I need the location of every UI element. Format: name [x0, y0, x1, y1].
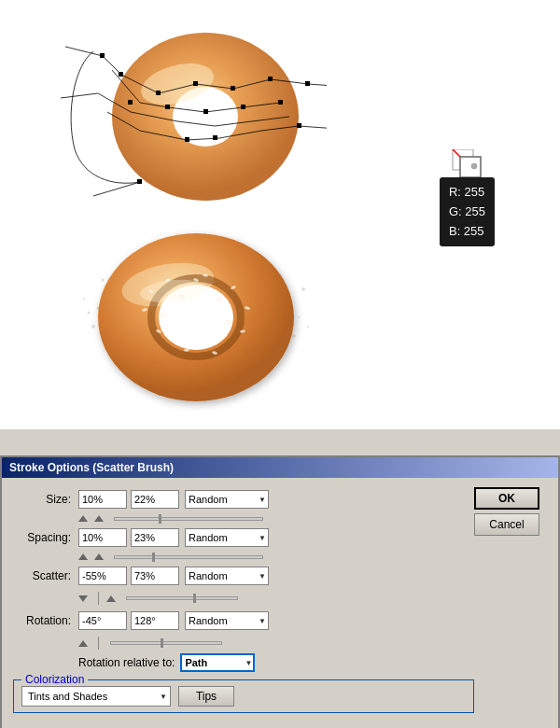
size-max-input[interactable] — [131, 490, 179, 509]
svg-rect-13 — [268, 77, 273, 81]
svg-rect-19 — [203, 109, 208, 114]
content-rows: Size: Random Fixed Pressure — [13, 487, 547, 719]
scatter-up-arrow — [106, 595, 116, 602]
svg-rect-9 — [119, 72, 123, 77]
donut-path-view — [47, 19, 327, 205]
svg-rect-18 — [165, 105, 170, 109]
svg-point-31 — [102, 279, 105, 282]
spacing-label: Spacing: — [13, 531, 78, 544]
rotation-relative-row: Rotation relative to: Path Page — [78, 653, 474, 672]
size-row: Size: Random Fixed Pressure — [13, 487, 474, 511]
scatter-min-input[interactable] — [78, 567, 127, 585]
scatter-down-arrow — [78, 595, 88, 602]
rotation-arrows — [78, 637, 474, 650]
rendered-donut-svg — [75, 224, 317, 411]
spacing-max-input[interactable] — [131, 528, 179, 547]
size-up-arrow2 — [94, 515, 104, 522]
rotation-relative-label: Rotation relative to: — [78, 656, 175, 669]
svg-line-5 — [65, 47, 103, 56]
rotation-relative-select[interactable]: Path Page — [180, 653, 255, 672]
canvas-area: R: 255 G: 255 B: 255 — [0, 0, 560, 429]
svg-rect-8 — [100, 53, 105, 58]
svg-rect-12 — [231, 86, 235, 91]
scatter-row: Scatter: Random Fixed — [13, 564, 474, 588]
colorization-legend: Colorization — [21, 673, 88, 686]
svg-rect-20 — [241, 105, 245, 109]
rotation-max-input[interactable] — [131, 611, 179, 630]
colorization-group: Colorization Tints and Shades None Tints… — [13, 679, 474, 713]
cancel-button[interactable]: Cancel — [474, 513, 539, 536]
tips-button[interactable]: Tips — [178, 686, 234, 707]
colorization-select-wrapper: Tints and Shades None Tints Hue Shift — [21, 686, 171, 707]
spacing-mode-wrapper: Random Fixed — [185, 528, 269, 547]
svg-rect-21 — [278, 100, 283, 105]
svg-rect-10 — [156, 91, 161, 95]
rotation-mode-select[interactable]: Random Fixed — [185, 611, 269, 630]
left-section: Size: Random Fixed Pressure — [13, 487, 474, 719]
svg-point-70 — [471, 163, 477, 169]
svg-point-38 — [307, 326, 309, 328]
rotation-label: Rotation: — [13, 614, 78, 627]
svg-line-6 — [61, 93, 98, 98]
colorization-method-select[interactable]: Tints and Shades None Tints Hue Shift — [21, 686, 171, 707]
colorization-row: Tints and Shades None Tints Hue Shift Ti… — [21, 686, 466, 707]
r-value: R: 255 — [449, 183, 485, 203]
color-tooltip: R: 255 G: 255 B: 255 — [440, 177, 495, 246]
spacing-up-arrow2 — [94, 553, 104, 560]
g-value: G: 255 — [449, 203, 485, 222]
path-lines-svg — [47, 19, 327, 205]
svg-line-3 — [308, 84, 327, 89]
scatter-max-input[interactable] — [131, 567, 179, 585]
rotation-row: Rotation: Random Fixed — [13, 609, 474, 633]
size-mode-select[interactable]: Random Fixed Pressure — [185, 490, 269, 509]
spacing-mode-select[interactable]: Random Fixed — [185, 528, 269, 547]
svg-point-28 — [91, 325, 95, 329]
scatter-mode-select[interactable]: Random Fixed — [185, 567, 269, 585]
svg-rect-14 — [305, 81, 310, 86]
svg-point-33 — [83, 298, 85, 300]
spacing-min-input[interactable] — [78, 528, 127, 547]
svg-rect-69 — [460, 157, 481, 177]
svg-rect-25 — [137, 179, 142, 184]
svg-rect-22 — [297, 123, 301, 128]
spacing-up-arrow — [78, 553, 88, 560]
size-label: Size: — [13, 493, 78, 506]
size-up-arrow — [78, 515, 88, 522]
scatter-mode-wrapper: Random Fixed — [185, 567, 269, 585]
svg-rect-24 — [185, 137, 189, 142]
b-value: B: 255 — [449, 222, 485, 242]
svg-line-4 — [299, 126, 327, 131]
svg-rect-11 — [193, 81, 198, 86]
svg-point-29 — [88, 312, 91, 315]
svg-point-36 — [301, 287, 305, 291]
scatter-arrows — [78, 592, 474, 605]
svg-rect-23 — [213, 135, 217, 140]
scatter-label: Scatter: — [13, 569, 78, 582]
svg-point-35 — [298, 316, 300, 318]
dialog-title: Stroke Options (Scatter Brush) — [2, 457, 558, 478]
buttons-col: OK Cancel — [474, 487, 547, 719]
rotation-mode-wrapper: Random Fixed — [185, 611, 269, 630]
path-select-wrapper: Path Page — [180, 653, 255, 672]
rendered-donut — [75, 224, 317, 411]
size-arrows — [78, 515, 474, 522]
ok-button[interactable]: OK — [474, 487, 539, 510]
dialog-content: Size: Random Fixed Pressure — [2, 478, 558, 728]
stroke-options-dialog: Stroke Options (Scatter Brush) Size: Ran… — [0, 455, 560, 728]
rotation-min-input[interactable] — [78, 611, 127, 630]
svg-line-7 — [93, 182, 140, 196]
size-mode-wrapper: Random Fixed Pressure — [185, 490, 269, 509]
spacing-row: Spacing: Random Fixed — [13, 525, 474, 550]
spacing-arrows — [78, 553, 474, 560]
svg-rect-17 — [128, 100, 133, 105]
svg-point-37 — [293, 335, 296, 338]
size-min-input[interactable] — [78, 490, 127, 509]
